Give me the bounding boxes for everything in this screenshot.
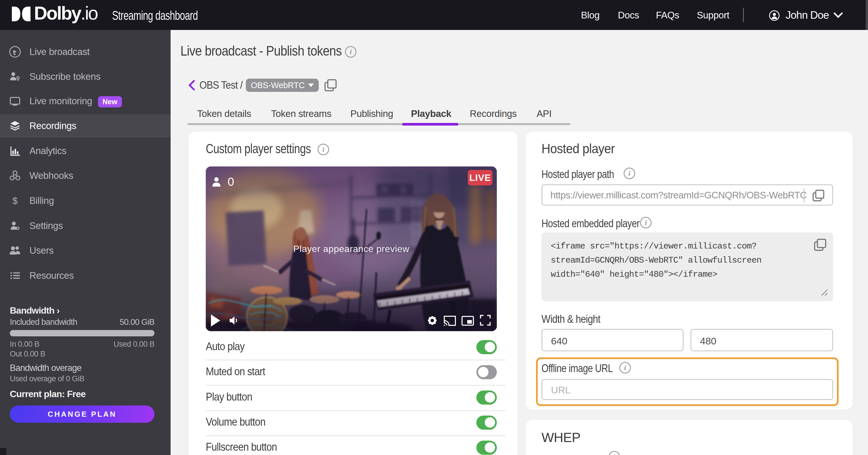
svg-text:$: $ [12,196,18,206]
